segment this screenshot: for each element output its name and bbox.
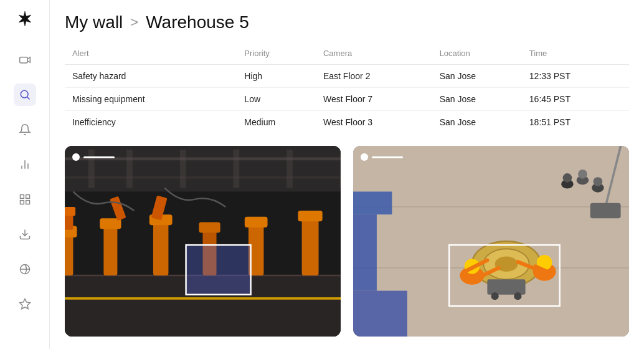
svg-rect-20 bbox=[340, 150, 341, 188]
sidebar-item-search[interactable] bbox=[14, 84, 36, 106]
sidebar-item-grid[interactable] bbox=[14, 188, 36, 211]
svg-point-74 bbox=[594, 177, 603, 186]
camera-feeds bbox=[65, 146, 629, 337]
svg-rect-5 bbox=[20, 195, 24, 199]
cell-alert: Inefficiency bbox=[65, 111, 244, 134]
cell-time: 12:33 PST bbox=[529, 65, 629, 88]
col-time: Time bbox=[529, 45, 629, 65]
camera-1-dot bbox=[72, 153, 80, 161]
cell-camera: East Floor 2 bbox=[323, 65, 440, 88]
col-alert: Alert bbox=[65, 45, 244, 65]
svg-rect-17 bbox=[180, 150, 186, 188]
cell-priority: Medium bbox=[244, 111, 323, 134]
svg-point-76 bbox=[491, 292, 499, 300]
cell-priority: High bbox=[244, 65, 323, 88]
svg-marker-11 bbox=[19, 299, 30, 309]
svg-rect-8 bbox=[26, 201, 29, 204]
sidebar-item-analytics[interactable] bbox=[14, 153, 36, 176]
sidebar-item-notifications[interactable] bbox=[14, 118, 36, 141]
sidebar bbox=[0, 0, 50, 349]
page-title: Warehouse 5 bbox=[146, 12, 249, 32]
camera-card-2[interactable] bbox=[353, 146, 629, 337]
cell-camera: West Floor 7 bbox=[323, 88, 440, 111]
cell-time: 18:51 PST bbox=[529, 111, 629, 134]
svg-rect-43 bbox=[186, 245, 251, 295]
svg-rect-22 bbox=[65, 176, 341, 179]
camera-1-indicator bbox=[72, 153, 115, 161]
cell-priority: Low bbox=[244, 88, 323, 111]
svg-rect-6 bbox=[26, 195, 29, 199]
svg-rect-0 bbox=[19, 57, 27, 63]
svg-rect-37 bbox=[199, 222, 220, 232]
svg-rect-16 bbox=[126, 150, 133, 188]
svg-rect-52 bbox=[353, 214, 377, 290]
col-priority: Priority bbox=[244, 45, 323, 65]
table-row[interactable]: Safety hazard High East Floor 2 San Jose… bbox=[65, 65, 629, 88]
table-row[interactable]: Missing equipment Low West Floor 7 San J… bbox=[65, 88, 629, 111]
camera-1-line bbox=[83, 156, 115, 158]
svg-rect-58 bbox=[590, 203, 621, 218]
svg-rect-30 bbox=[103, 222, 117, 275]
camera-2-line bbox=[372, 156, 403, 158]
col-location: Location bbox=[440, 45, 529, 65]
page-header: My wall > Warehouse 5 bbox=[65, 12, 629, 32]
alert-table: Alert Priority Camera Location Time Safe… bbox=[65, 45, 629, 133]
svg-rect-41 bbox=[298, 211, 323, 221]
col-camera: Camera bbox=[323, 45, 440, 65]
logo[interactable] bbox=[16, 10, 34, 30]
svg-point-70 bbox=[563, 173, 572, 183]
svg-rect-7 bbox=[20, 201, 24, 204]
breadcrumb-separator: > bbox=[130, 14, 138, 31]
cell-location: San Jose bbox=[440, 65, 529, 88]
svg-rect-75 bbox=[487, 279, 525, 294]
sidebar-item-globe[interactable] bbox=[14, 258, 36, 280]
sidebar-item-favorites[interactable] bbox=[14, 293, 36, 315]
cell-location: San Jose bbox=[440, 88, 529, 111]
sidebar-item-camera[interactable] bbox=[14, 49, 36, 71]
table-row[interactable]: Inefficiency Medium West Floor 3 San Jos… bbox=[65, 111, 629, 134]
cell-alert: Safety hazard bbox=[65, 65, 244, 88]
my-wall-link[interactable]: My wall bbox=[65, 12, 123, 32]
cell-alert: Missing equipment bbox=[65, 88, 244, 111]
main-content: My wall > Warehouse 5 Alert Priority Cam… bbox=[50, 0, 644, 349]
svg-rect-39 bbox=[245, 217, 268, 227]
svg-point-72 bbox=[578, 170, 587, 179]
svg-rect-33 bbox=[153, 218, 168, 275]
camera-card-1[interactable] bbox=[65, 146, 341, 337]
svg-rect-40 bbox=[302, 214, 319, 275]
cell-camera: West Floor 3 bbox=[323, 111, 440, 134]
svg-rect-51 bbox=[353, 191, 392, 214]
svg-rect-19 bbox=[286, 150, 293, 188]
table-header-row: Alert Priority Camera Location Time bbox=[65, 45, 629, 65]
camera-2-dot bbox=[361, 153, 368, 161]
svg-rect-53 bbox=[353, 291, 407, 337]
svg-point-77 bbox=[514, 292, 521, 300]
svg-rect-29 bbox=[65, 207, 75, 216]
cell-location: San Jose bbox=[440, 111, 529, 134]
svg-point-1 bbox=[21, 90, 28, 98]
camera-2-indicator bbox=[361, 153, 403, 161]
sidebar-item-download[interactable] bbox=[14, 223, 36, 246]
cell-time: 16:45 PST bbox=[529, 88, 629, 111]
svg-rect-18 bbox=[233, 150, 239, 188]
